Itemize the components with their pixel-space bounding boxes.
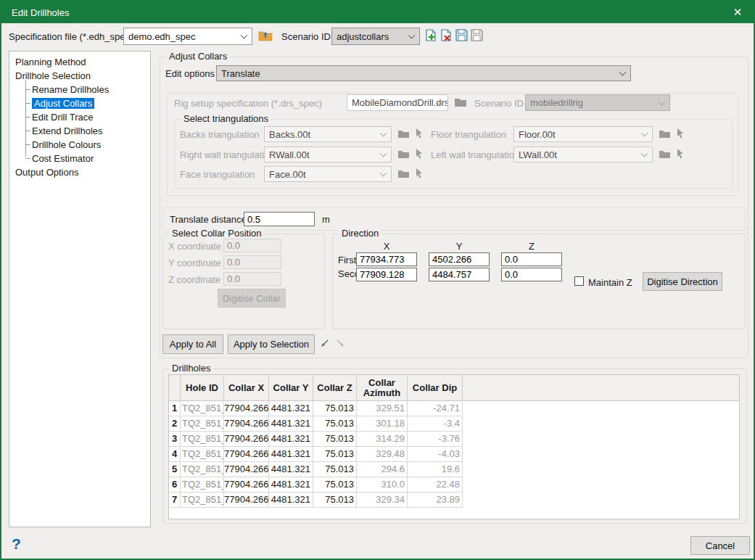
scenario-id-label: Scenario ID [281, 31, 331, 42]
row-number-cell[interactable]: 5 [169, 462, 181, 477]
tree-item-drillhole-colours[interactable]: Drillhole Colours [9, 138, 150, 152]
cell-hole-id[interactable]: TQ2_851_1 [181, 462, 224, 477]
direction-group-title: Direction [339, 228, 381, 239]
translate-distance-label: Translate distance [170, 214, 247, 225]
column-header-collar-x[interactable]: Collar X [224, 375, 269, 400]
cell-collar-z[interactable]: 75.013 [313, 462, 357, 477]
edit-options-label: Edit options [165, 68, 215, 79]
tree-item-rename-drillholes[interactable]: Rename Drillholes [9, 83, 150, 96]
cell-collar-dip: -3.76 [408, 432, 463, 447]
browse-spec-folder-icon[interactable] [258, 29, 273, 44]
column-header-collar-azimuth[interactable]: Collar Azimuth [357, 375, 408, 400]
chevron-down-icon [408, 32, 416, 39]
cell-collar-y[interactable]: 4481.321 [269, 493, 313, 508]
cell-collar-y[interactable]: 4481.321 [269, 462, 313, 477]
tree-item-planning-method[interactable]: Planning Method [9, 55, 150, 69]
cell-collar-x[interactable]: 77904.266 [224, 447, 269, 462]
cell-collar-z[interactable]: 75.013 [313, 432, 357, 447]
tree-item-output-options[interactable]: Output Options [9, 165, 150, 179]
digitise-direction-button[interactable]: Digitise Direction [643, 272, 722, 291]
cell-collar-y[interactable]: 4481.321 [269, 432, 313, 447]
second-point-y-input[interactable] [429, 268, 490, 281]
direction-col-x-header: X [356, 241, 417, 252]
maintain-z-checkbox[interactable] [574, 276, 584, 286]
chevron-down-icon [641, 150, 648, 157]
cell-collar-x[interactable]: 77904.266 [224, 477, 269, 493]
left-wall-triangulation-label: Left wall triangulation [431, 149, 519, 160]
apply-to-all-button[interactable]: Apply to All [162, 334, 223, 354]
z-coordinate-label: Z coordinate [168, 274, 220, 285]
first-point-z-input[interactable] [501, 252, 562, 266]
direction-col-z-header: Z [501, 241, 562, 252]
cell-hole-id[interactable]: TQ2_851_1 [181, 447, 224, 462]
tree-item-edit-drill-trace[interactable]: Edit Drill Trace [9, 110, 150, 124]
edit-options-combobox[interactable]: Translate [216, 65, 631, 81]
cell-collar-x[interactable]: 77904.266 [224, 493, 269, 508]
cell-collar-y[interactable]: 4481.321 [269, 416, 313, 432]
cell-collar-z[interactable]: 75.013 [313, 493, 357, 508]
left-wall-triangulation-combobox: LWall.00t [513, 147, 653, 162]
cell-collar-x[interactable]: 77904.266 [224, 416, 269, 432]
column-header-collar-z[interactable]: Collar Z [313, 375, 357, 400]
cell-collar-y[interactable]: 4481.321 [269, 401, 313, 416]
delete-scenario-icon[interactable] [440, 29, 453, 45]
second-point-x-input[interactable] [356, 268, 417, 281]
cell-collar-z[interactable]: 75.013 [313, 447, 357, 462]
cell-hole-id[interactable]: TQ2_851_1 [181, 416, 224, 432]
rig-scenario-id-label: Scenario ID [474, 98, 524, 109]
tree-item-cost-estimator[interactable]: Cost Estimator [9, 152, 150, 165]
tree-item-adjust-collars[interactable]: Adjust Collars [9, 96, 150, 110]
row-number-cell[interactable]: 3 [169, 432, 181, 447]
cell-collar-y[interactable]: 4481.321 [269, 477, 313, 493]
column-header-collar-dip[interactable]: Collar Dip [408, 375, 463, 400]
browse-face-folder-icon [397, 168, 410, 181]
cell-hole-id[interactable]: TQ2_851_1 [181, 477, 224, 493]
tree-item-drillhole-selection[interactable]: Drillhole Selection [9, 69, 150, 83]
cell-collar-y[interactable]: 4481.321 [269, 447, 313, 462]
backs-triangulation-label: Backs triangulation [180, 129, 260, 140]
cell-collar-z[interactable]: 75.013 [313, 477, 357, 493]
cell-collar-z[interactable]: 75.013 [313, 416, 357, 432]
spec-file-combobox[interactable]: demo.edh_spec [123, 28, 252, 45]
first-point-y-input[interactable] [429, 252, 490, 266]
save-scenario-icon[interactable] [455, 29, 468, 44]
select-collar-position-title: Select Collar Position [169, 228, 265, 239]
row-number-cell[interactable]: 1 [169, 401, 181, 416]
edit-drillholes-dialog: Edit Drillholes ✕ Specification file (*.… [0, 0, 755, 560]
x-coordinate-input [223, 239, 281, 252]
save-scenario-as-icon[interactable] [471, 29, 483, 44]
first-point-x-input[interactable] [356, 252, 417, 266]
apply-to-selection-button[interactable]: Apply to Selection [228, 334, 315, 354]
cell-collar-x[interactable]: 77904.266 [224, 462, 269, 477]
cell-hole-id[interactable]: TQ2_851_1 [181, 493, 224, 508]
browse-rig-folder-icon [454, 96, 467, 110]
row-number-cell[interactable]: 6 [169, 477, 181, 493]
column-header-collar-y[interactable]: Collar Y [269, 375, 313, 400]
cell-collar-x[interactable]: 77904.266 [224, 432, 269, 447]
row-number-cell[interactable]: 2 [169, 416, 181, 432]
cell-collar-z[interactable]: 75.013 [313, 401, 357, 416]
second-point-z-input[interactable] [501, 268, 562, 281]
translate-distance-input[interactable] [244, 212, 315, 226]
table-row: 5TQ2_851_177904.2664481.32175.013294.619… [169, 462, 739, 477]
cell-hole-id[interactable]: TQ2_851_1 [181, 432, 224, 447]
adjust-collars-group-title: Adjust Collars [166, 51, 230, 62]
column-header-hole-id[interactable]: Hole ID [181, 375, 224, 400]
scenario-id-combobox[interactable]: adjustcollars [331, 28, 420, 45]
cell-hole-id[interactable]: TQ2_851_1 [181, 401, 224, 416]
rig-scenario-id-combobox: mobiledrillrig [525, 94, 670, 111]
tree-item-extend-drillholes[interactable]: Extend Drillholes [9, 124, 150, 138]
chevron-down-icon [380, 150, 387, 157]
corner-header-cell[interactable] [169, 375, 181, 400]
cancel-button[interactable]: Cancel [690, 536, 750, 555]
help-icon[interactable]: ? [12, 535, 21, 553]
row-number-cell[interactable]: 4 [169, 447, 181, 462]
cell-collar-x[interactable]: 77904.266 [224, 401, 269, 416]
maintain-z-label: Maintain Z [588, 277, 632, 288]
close-icon[interactable]: ✕ [722, 1, 754, 23]
row-filler [463, 493, 739, 508]
new-scenario-icon[interactable] [424, 29, 437, 45]
chevron-down-icon [641, 130, 648, 137]
table-row: 2TQ2_851_177904.2664481.32175.013301.18-… [169, 416, 739, 432]
row-number-cell[interactable]: 7 [169, 493, 181, 508]
